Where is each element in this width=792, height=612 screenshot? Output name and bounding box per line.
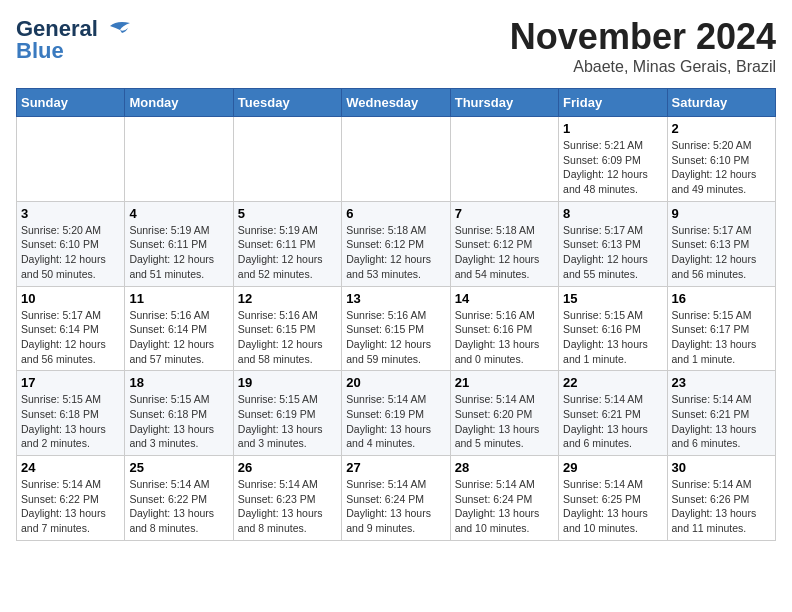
day-number: 1 [563, 121, 662, 136]
day-info: Sunrise: 5:14 AM Sunset: 6:26 PM Dayligh… [672, 477, 771, 536]
day-info: Sunrise: 5:20 AM Sunset: 6:10 PM Dayligh… [21, 223, 120, 282]
calendar-cell: 11Sunrise: 5:16 AM Sunset: 6:14 PM Dayli… [125, 286, 233, 371]
logo-blue: Blue [16, 38, 64, 64]
day-info: Sunrise: 5:18 AM Sunset: 6:12 PM Dayligh… [346, 223, 445, 282]
day-info: Sunrise: 5:18 AM Sunset: 6:12 PM Dayligh… [455, 223, 554, 282]
day-number: 20 [346, 375, 445, 390]
day-info: Sunrise: 5:19 AM Sunset: 6:11 PM Dayligh… [238, 223, 337, 282]
week-row-1: 1Sunrise: 5:21 AM Sunset: 6:09 PM Daylig… [17, 117, 776, 202]
day-number: 28 [455, 460, 554, 475]
calendar-cell: 29Sunrise: 5:14 AM Sunset: 6:25 PM Dayli… [559, 456, 667, 541]
day-info: Sunrise: 5:21 AM Sunset: 6:09 PM Dayligh… [563, 138, 662, 197]
day-number: 4 [129, 206, 228, 221]
calendar-cell: 6Sunrise: 5:18 AM Sunset: 6:12 PM Daylig… [342, 201, 450, 286]
day-number: 24 [21, 460, 120, 475]
day-info: Sunrise: 5:14 AM Sunset: 6:24 PM Dayligh… [455, 477, 554, 536]
day-number: 29 [563, 460, 662, 475]
day-number: 6 [346, 206, 445, 221]
calendar-cell [17, 117, 125, 202]
calendar-cell [233, 117, 341, 202]
day-header-monday: Monday [125, 89, 233, 117]
day-info: Sunrise: 5:17 AM Sunset: 6:13 PM Dayligh… [563, 223, 662, 282]
week-row-5: 24Sunrise: 5:14 AM Sunset: 6:22 PM Dayli… [17, 456, 776, 541]
calendar-cell: 30Sunrise: 5:14 AM Sunset: 6:26 PM Dayli… [667, 456, 775, 541]
week-row-2: 3Sunrise: 5:20 AM Sunset: 6:10 PM Daylig… [17, 201, 776, 286]
calendar-cell: 1Sunrise: 5:21 AM Sunset: 6:09 PM Daylig… [559, 117, 667, 202]
calendar-cell: 28Sunrise: 5:14 AM Sunset: 6:24 PM Dayli… [450, 456, 558, 541]
day-number: 11 [129, 291, 228, 306]
day-number: 2 [672, 121, 771, 136]
calendar-cell: 4Sunrise: 5:19 AM Sunset: 6:11 PM Daylig… [125, 201, 233, 286]
day-header-saturday: Saturday [667, 89, 775, 117]
day-number: 19 [238, 375, 337, 390]
calendar: SundayMondayTuesdayWednesdayThursdayFrid… [16, 88, 776, 541]
day-header-row: SundayMondayTuesdayWednesdayThursdayFrid… [17, 89, 776, 117]
calendar-cell: 17Sunrise: 5:15 AM Sunset: 6:18 PM Dayli… [17, 371, 125, 456]
day-number: 23 [672, 375, 771, 390]
day-number: 7 [455, 206, 554, 221]
calendar-cell: 8Sunrise: 5:17 AM Sunset: 6:13 PM Daylig… [559, 201, 667, 286]
title-section: November 2024 Abaete, Minas Gerais, Braz… [510, 16, 776, 76]
week-row-3: 10Sunrise: 5:17 AM Sunset: 6:14 PM Dayli… [17, 286, 776, 371]
calendar-cell: 24Sunrise: 5:14 AM Sunset: 6:22 PM Dayli… [17, 456, 125, 541]
calendar-cell: 15Sunrise: 5:15 AM Sunset: 6:16 PM Dayli… [559, 286, 667, 371]
day-header-thursday: Thursday [450, 89, 558, 117]
calendar-cell: 20Sunrise: 5:14 AM Sunset: 6:19 PM Dayli… [342, 371, 450, 456]
calendar-cell: 16Sunrise: 5:15 AM Sunset: 6:17 PM Dayli… [667, 286, 775, 371]
day-number: 3 [21, 206, 120, 221]
calendar-cell: 2Sunrise: 5:20 AM Sunset: 6:10 PM Daylig… [667, 117, 775, 202]
day-info: Sunrise: 5:17 AM Sunset: 6:13 PM Dayligh… [672, 223, 771, 282]
calendar-cell: 10Sunrise: 5:17 AM Sunset: 6:14 PM Dayli… [17, 286, 125, 371]
day-info: Sunrise: 5:20 AM Sunset: 6:10 PM Dayligh… [672, 138, 771, 197]
day-info: Sunrise: 5:14 AM Sunset: 6:22 PM Dayligh… [129, 477, 228, 536]
day-number: 9 [672, 206, 771, 221]
calendar-cell [125, 117, 233, 202]
month-title: November 2024 [510, 16, 776, 58]
day-number: 5 [238, 206, 337, 221]
day-number: 22 [563, 375, 662, 390]
calendar-cell: 7Sunrise: 5:18 AM Sunset: 6:12 PM Daylig… [450, 201, 558, 286]
calendar-cell: 26Sunrise: 5:14 AM Sunset: 6:23 PM Dayli… [233, 456, 341, 541]
calendar-cell: 22Sunrise: 5:14 AM Sunset: 6:21 PM Dayli… [559, 371, 667, 456]
day-info: Sunrise: 5:16 AM Sunset: 6:15 PM Dayligh… [346, 308, 445, 367]
day-header-friday: Friday [559, 89, 667, 117]
day-info: Sunrise: 5:17 AM Sunset: 6:14 PM Dayligh… [21, 308, 120, 367]
day-info: Sunrise: 5:14 AM Sunset: 6:20 PM Dayligh… [455, 392, 554, 451]
day-info: Sunrise: 5:16 AM Sunset: 6:14 PM Dayligh… [129, 308, 228, 367]
day-number: 30 [672, 460, 771, 475]
calendar-cell: 18Sunrise: 5:15 AM Sunset: 6:18 PM Dayli… [125, 371, 233, 456]
calendar-cell [450, 117, 558, 202]
day-info: Sunrise: 5:14 AM Sunset: 6:21 PM Dayligh… [563, 392, 662, 451]
week-row-4: 17Sunrise: 5:15 AM Sunset: 6:18 PM Dayli… [17, 371, 776, 456]
day-info: Sunrise: 5:14 AM Sunset: 6:19 PM Dayligh… [346, 392, 445, 451]
day-info: Sunrise: 5:14 AM Sunset: 6:25 PM Dayligh… [563, 477, 662, 536]
calendar-cell: 19Sunrise: 5:15 AM Sunset: 6:19 PM Dayli… [233, 371, 341, 456]
day-number: 17 [21, 375, 120, 390]
day-info: Sunrise: 5:15 AM Sunset: 6:17 PM Dayligh… [672, 308, 771, 367]
calendar-cell: 13Sunrise: 5:16 AM Sunset: 6:15 PM Dayli… [342, 286, 450, 371]
day-info: Sunrise: 5:14 AM Sunset: 6:21 PM Dayligh… [672, 392, 771, 451]
day-number: 16 [672, 291, 771, 306]
calendar-cell: 21Sunrise: 5:14 AM Sunset: 6:20 PM Dayli… [450, 371, 558, 456]
day-number: 14 [455, 291, 554, 306]
day-number: 26 [238, 460, 337, 475]
calendar-cell: 9Sunrise: 5:17 AM Sunset: 6:13 PM Daylig… [667, 201, 775, 286]
day-number: 12 [238, 291, 337, 306]
day-number: 13 [346, 291, 445, 306]
calendar-body: 1Sunrise: 5:21 AM Sunset: 6:09 PM Daylig… [17, 117, 776, 541]
calendar-cell: 14Sunrise: 5:16 AM Sunset: 6:16 PM Dayli… [450, 286, 558, 371]
calendar-cell: 5Sunrise: 5:19 AM Sunset: 6:11 PM Daylig… [233, 201, 341, 286]
logo: General Blue [16, 16, 132, 64]
day-info: Sunrise: 5:15 AM Sunset: 6:19 PM Dayligh… [238, 392, 337, 451]
header: General Blue November 2024 Abaete, Minas… [16, 16, 776, 76]
day-info: Sunrise: 5:14 AM Sunset: 6:24 PM Dayligh… [346, 477, 445, 536]
day-header-wednesday: Wednesday [342, 89, 450, 117]
day-header-sunday: Sunday [17, 89, 125, 117]
calendar-cell: 3Sunrise: 5:20 AM Sunset: 6:10 PM Daylig… [17, 201, 125, 286]
day-info: Sunrise: 5:16 AM Sunset: 6:15 PM Dayligh… [238, 308, 337, 367]
day-info: Sunrise: 5:14 AM Sunset: 6:23 PM Dayligh… [238, 477, 337, 536]
day-info: Sunrise: 5:15 AM Sunset: 6:18 PM Dayligh… [21, 392, 120, 451]
day-number: 27 [346, 460, 445, 475]
day-number: 18 [129, 375, 228, 390]
calendar-cell: 27Sunrise: 5:14 AM Sunset: 6:24 PM Dayli… [342, 456, 450, 541]
